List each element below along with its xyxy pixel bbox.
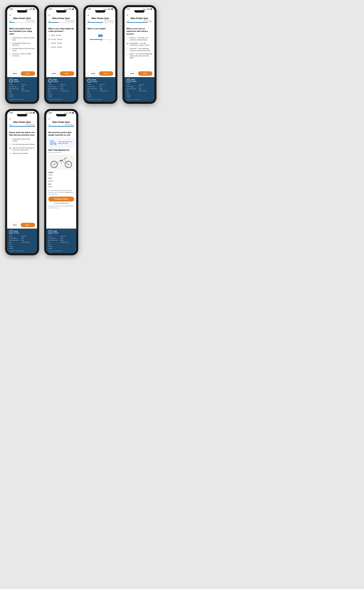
- budget-2[interactable]: $1,100 - $1,900: [48, 38, 74, 40]
- footer-help-1[interactable]: Help: [21, 88, 29, 90]
- radio-5-4[interactable]: [9, 153, 11, 155]
- radio-2-4[interactable]: [48, 46, 50, 48]
- option-1-3[interactable]: Mountain biking on dirt and rocky terrai…: [9, 48, 35, 52]
- height-slider[interactable]: [90, 39, 111, 40]
- back-button-5[interactable]: ‹ Back: [9, 223, 20, 227]
- option-4-1[interactable]: Beginner - I have little to no experienc…: [127, 37, 152, 41]
- footer-howitworks-1[interactable]: How it Works: [9, 86, 19, 87]
- footer-privacy-2[interactable]: Privacy Policy: [60, 90, 68, 92]
- option-5-2[interactable]: Can ride wearing casual clothing: [9, 144, 35, 146]
- radio-2-1[interactable]: [48, 34, 50, 37]
- purchase-tickets-button[interactable]: Purchase Tickets: [48, 196, 74, 202]
- next-button-3[interactable]: Next ›: [99, 71, 113, 76]
- budget-4[interactable]: $2,000 - $2,900: [48, 46, 74, 48]
- footer-home-1[interactable]: Home: [9, 84, 19, 85]
- footer-buy-5[interactable]: Buy: [9, 242, 19, 243]
- listing-link[interactable]: view the listing: [48, 194, 57, 195]
- footer-about-6[interactable]: About Us: [60, 235, 68, 237]
- footer-faq-2[interactable]: FAQ: [60, 86, 68, 87]
- footer-buy-2[interactable]: Buy: [48, 90, 58, 92]
- option-4-4[interactable]: Expert - I am very knowledgeable about c…: [127, 53, 152, 59]
- option-4-2[interactable]: Intermediate - I can ride confidently on…: [127, 42, 152, 46]
- footer-privacy-6[interactable]: Privacy Policy: [60, 242, 68, 243]
- footer-howitworks-5[interactable]: How it Works: [9, 237, 19, 239]
- footer-privacy-1[interactable]: Privacy Policy: [21, 90, 29, 92]
- option-1-2[interactable]: Road biking for fitness and adventure: [9, 42, 35, 46]
- option-4-3[interactable]: Advanced - I have extensive experience a…: [127, 48, 152, 52]
- footer-home-6[interactable]: Home: [48, 235, 58, 237]
- footer-sell-3[interactable]: Sell: [87, 92, 97, 94]
- back-button-3[interactable]: ‹ Back: [87, 71, 98, 76]
- footer-home-5[interactable]: Home: [9, 235, 19, 237]
- footer-profile-1[interactable]: Profile: [9, 96, 19, 98]
- footer-privacy-3[interactable]: Privacy Policy: [99, 90, 108, 92]
- option-5-1[interactable]: Comfortable seat and rider position: [9, 138, 35, 142]
- radio-2-2[interactable]: [48, 39, 50, 40]
- radio-4-1[interactable]: [127, 37, 129, 39]
- slider-thumb[interactable]: [100, 38, 103, 41]
- radio-2-3[interactable]: [48, 42, 50, 44]
- footer-buy-4[interactable]: Buy: [127, 90, 136, 92]
- next-button-5[interactable]: Next ›: [21, 223, 35, 227]
- footer-howitworks-3[interactable]: How it Works: [87, 86, 97, 87]
- footer-home-2[interactable]: Home: [48, 84, 58, 85]
- budget-3[interactable]: $2,000 - $2,900: [48, 42, 74, 44]
- close-button-3[interactable]: ✕: [87, 14, 89, 16]
- footer-faq-3[interactable]: FAQ: [99, 86, 108, 87]
- footer-help-3[interactable]: Help: [99, 88, 108, 90]
- radio-4-3[interactable]: [127, 48, 129, 50]
- footer-faq-6[interactable]: FAQ: [60, 237, 68, 239]
- footer-profile-2[interactable]: Profile: [48, 96, 58, 98]
- footer-events-6[interactable]: Events: [48, 246, 58, 247]
- option-1-4[interactable]: Cyclocross, gravel or longer commutes: [9, 53, 35, 57]
- footer-quiz-4[interactable]: Bike Finder Quiz: [127, 88, 136, 90]
- earn-pedal-points-link[interactable]: Earn more Pedal Points: [48, 202, 74, 204]
- footer-events-3[interactable]: Events: [87, 94, 97, 96]
- footer-faq-4[interactable]: FAQ: [139, 86, 147, 87]
- budget-1[interactable]: $300 - $1,000: [48, 34, 74, 37]
- next-button-4[interactable]: Next ›: [138, 71, 152, 76]
- your-profile-link[interactable]: your profile: [52, 205, 59, 207]
- footer-howitworks-4[interactable]: How it Works: [127, 86, 136, 87]
- footer-events-2[interactable]: Events: [48, 94, 58, 96]
- footer-buy-6[interactable]: Buy: [48, 242, 58, 243]
- footer-help-6[interactable]: Help: [60, 239, 68, 241]
- footer-buy-1[interactable]: Buy: [9, 90, 19, 92]
- footer-quiz-1[interactable]: Bike Finder Quiz: [9, 88, 19, 90]
- back-button-2[interactable]: ‹ Back: [48, 71, 59, 76]
- footer-quiz-3[interactable]: Bike Finder Quiz: [87, 88, 97, 90]
- radio-4-2[interactable]: [127, 43, 129, 45]
- footer-events-5[interactable]: Events: [9, 246, 19, 247]
- footer-sell-4[interactable]: Sell: [127, 92, 136, 94]
- retake-quiz-link[interactable]: retake the quiz: [50, 207, 59, 209]
- footer-events-4[interactable]: Events: [127, 94, 136, 96]
- radio-5-1[interactable]: [9, 138, 11, 140]
- footer-sell-2[interactable]: Sell: [48, 92, 58, 94]
- footer-sell-5[interactable]: Sell: [9, 243, 19, 245]
- footer-faq-5[interactable]: FAQ: [21, 237, 29, 239]
- footer-help-4[interactable]: Help: [139, 88, 147, 90]
- option-1-1[interactable]: Hybrid biking on paths and urban areas: [9, 37, 35, 41]
- footer-privacy-4[interactable]: Privacy Policy: [139, 90, 147, 92]
- close-button-4[interactable]: ✕: [127, 14, 128, 16]
- footer-buy-3[interactable]: Buy: [87, 90, 97, 92]
- footer-quiz-5[interactable]: Bike Finder Quiz: [9, 239, 19, 241]
- close-button-1[interactable]: ✕: [9, 14, 11, 16]
- close-button-6[interactable]: ✕: [48, 118, 50, 120]
- footer-about-2[interactable]: About Us: [60, 84, 68, 85]
- footer-profile-3[interactable]: Profile: [87, 96, 97, 98]
- footer-sell-6[interactable]: Sell: [48, 243, 58, 245]
- back-button-4[interactable]: ‹ Back: [127, 71, 137, 76]
- radio-1-3[interactable]: [9, 48, 11, 50]
- radio-1-2[interactable]: [9, 43, 11, 45]
- close-button-5[interactable]: ✕: [9, 118, 11, 120]
- footer-home-3[interactable]: Home: [87, 84, 97, 85]
- footer-about-4[interactable]: About Us: [139, 84, 147, 85]
- heart-icon[interactable]: ♡: [71, 166, 73, 169]
- radio-1-4[interactable]: [9, 53, 11, 55]
- footer-help-2[interactable]: Help: [60, 88, 68, 90]
- close-button-2[interactable]: ✕: [48, 14, 50, 16]
- footer-howitworks-2[interactable]: How it Works: [48, 86, 58, 87]
- footer-profile-6[interactable]: Profile: [48, 248, 58, 249]
- next-button-1[interactable]: Next ›: [21, 71, 35, 76]
